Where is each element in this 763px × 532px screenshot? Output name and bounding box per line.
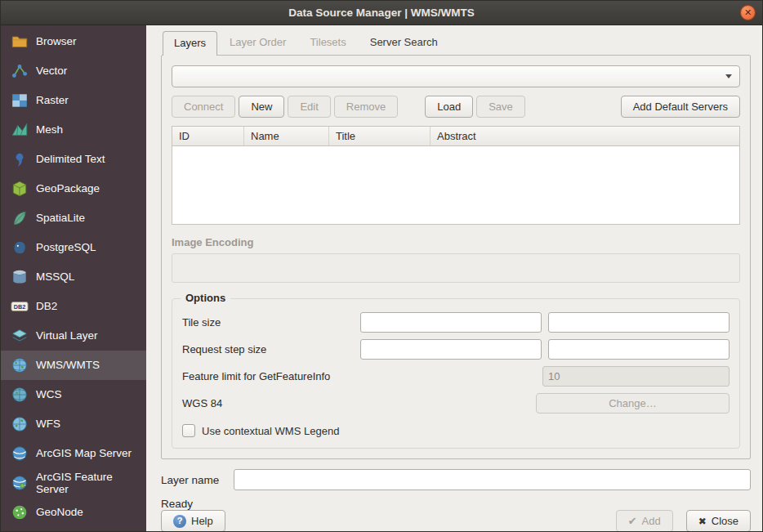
sidebar-item-delimited-text[interactable]: Delimited Text xyxy=(1,145,146,174)
sidebar-item-browser[interactable]: Browser xyxy=(1,27,146,56)
tile-size-row: Tile size xyxy=(182,312,730,333)
feather-icon xyxy=(11,209,29,227)
tab-layers[interactable]: Layers xyxy=(163,31,217,56)
raster-layer-icon xyxy=(11,92,29,110)
sidebar-item-arcgis-feature-server[interactable]: ArcGIS Feature Server xyxy=(1,468,146,498)
layer-name-label: Layer name xyxy=(161,474,234,486)
titlebar[interactable]: Data Source Manager | WMS/WMTS ✕ xyxy=(1,1,762,25)
sidebar-item-virtual-layer[interactable]: Virtual Layer xyxy=(1,321,146,351)
feature-limit-input[interactable] xyxy=(542,366,730,387)
options-group: Options Tile size Request step size xyxy=(172,298,740,449)
sidebar-item-label: Raster xyxy=(36,94,69,106)
sidebar-item-label: GeoNode xyxy=(36,506,83,518)
layer-name-input[interactable] xyxy=(234,469,751,490)
column-header-title[interactable]: Title xyxy=(329,127,431,145)
new-button[interactable]: New xyxy=(239,96,284,118)
layers-table: ID Name Title Abstract xyxy=(172,126,740,225)
sidebar-item-label: SpatiaLite xyxy=(36,212,85,224)
sidebar-item-vector[interactable]: Vector xyxy=(1,56,146,86)
add-button[interactable]: ✔ Add xyxy=(616,510,673,532)
window-body: Browser Vector Raster Mesh Delimited Tex… xyxy=(1,25,762,531)
data-source-manager-window: Data Source Manager | WMS/WMTS ✕ Browser… xyxy=(0,0,763,532)
sidebar-item-postgresql[interactable]: PostgreSQL xyxy=(1,233,146,262)
request-step-size-label: Request step size xyxy=(182,343,360,355)
sidebar-item-label: Browser xyxy=(36,35,77,47)
layer-name-row: Layer name xyxy=(161,469,751,490)
sidebar-item-label: WMS/WMTS xyxy=(36,359,100,371)
folder-icon xyxy=(11,33,29,51)
globe-icon xyxy=(11,386,29,404)
database-cylinder-icon xyxy=(11,268,29,286)
comma-icon xyxy=(11,150,29,168)
sidebar-item-geonode[interactable]: GeoNode xyxy=(1,498,146,527)
sidebar-item-wms-wmts[interactable]: WMS/WMTS xyxy=(1,351,146,380)
sidebar-item-label: MSSQL xyxy=(36,270,74,283)
sidebar-item-wfs[interactable]: WFS xyxy=(1,409,146,439)
geonode-icon xyxy=(11,503,29,521)
sidebar-item-label: DB2 xyxy=(36,300,57,312)
globe-icon xyxy=(11,415,29,433)
sidebar-item-label: WCS xyxy=(36,388,62,400)
sidebar-item-arcgis-map-server[interactable]: ArcGIS Map Server xyxy=(1,439,146,468)
tile-width-input[interactable] xyxy=(360,312,542,333)
change-crs-button[interactable]: Change… xyxy=(536,393,730,414)
tab-server-search[interactable]: Server Search xyxy=(359,30,449,55)
contextual-legend-label: Use contextual WMS Legend xyxy=(202,425,339,437)
crs-label: WGS 84 xyxy=(182,397,360,409)
sidebar-item-wcs[interactable]: WCS xyxy=(1,380,146,409)
sidebar: Browser Vector Raster Mesh Delimited Tex… xyxy=(1,25,146,531)
check-icon: ✔ xyxy=(628,515,637,527)
step-width-input[interactable] xyxy=(360,339,542,360)
load-button[interactable]: Load xyxy=(425,96,473,118)
options-group-title: Options xyxy=(181,292,230,304)
server-connection-combobox[interactable] xyxy=(172,65,740,87)
step-height-input[interactable] xyxy=(548,339,730,360)
column-header-id[interactable]: ID xyxy=(172,127,244,145)
add-default-servers-button[interactable]: Add Default Servers xyxy=(621,96,740,118)
tab-bar: Layers Layer Order Tilesets Server Searc… xyxy=(161,30,751,55)
feature-limit-row: Feature limit for GetFeatureInfo xyxy=(182,366,730,387)
tab-tilesets[interactable]: Tilesets xyxy=(298,30,357,55)
tile-height-input[interactable] xyxy=(548,312,730,333)
remove-button[interactable]: Remove xyxy=(334,96,398,118)
contextual-legend-checkbox[interactable] xyxy=(182,424,195,437)
sidebar-item-db2[interactable]: DB2 DB2 xyxy=(1,292,146,321)
virtual-layer-icon xyxy=(11,327,29,345)
mesh-layer-icon xyxy=(11,121,29,139)
connection-button-row: Connect New Edit Remove Load Save Add De… xyxy=(172,96,740,118)
crs-row: WGS 84 Change… xyxy=(182,393,730,414)
main-panel: Layers Layer Order Tilesets Server Searc… xyxy=(146,25,762,531)
layers-tab-content: Connect New Edit Remove Load Save Add De… xyxy=(161,55,751,459)
sidebar-item-geopackage[interactable]: GeoPackage xyxy=(1,174,146,203)
wms-legend-row: Use contextual WMS Legend xyxy=(182,424,730,437)
sidebar-item-label: ArcGIS Map Server xyxy=(36,447,132,459)
sidebar-item-mssql[interactable]: MSSQL xyxy=(1,262,146,292)
help-button[interactable]: ? Help xyxy=(161,510,225,532)
chevron-down-icon xyxy=(725,74,732,78)
window-close-button[interactable]: ✕ xyxy=(740,5,756,20)
column-header-abstract[interactable]: Abstract xyxy=(431,127,739,145)
help-icon: ? xyxy=(173,515,186,528)
sidebar-item-label: PostgreSQL xyxy=(36,241,96,253)
sidebar-item-spatialite[interactable]: SpatiaLite xyxy=(1,203,146,233)
tab-layer-order[interactable]: Layer Order xyxy=(218,30,297,55)
db2-badge-icon: DB2 xyxy=(11,297,29,315)
arcgis-globe-icon xyxy=(11,445,29,463)
geopackage-box-icon xyxy=(11,180,29,198)
layers-table-body[interactable] xyxy=(172,146,739,224)
sidebar-item-mesh[interactable]: Mesh xyxy=(1,115,146,145)
save-button[interactable]: Save xyxy=(476,96,525,118)
layers-table-header: ID Name Title Abstract xyxy=(172,127,739,146)
connect-button[interactable]: Connect xyxy=(172,96,235,118)
sidebar-item-raster[interactable]: Raster xyxy=(1,86,146,115)
column-header-name[interactable]: Name xyxy=(244,127,329,145)
tile-size-label: Tile size xyxy=(182,316,360,329)
dialog-button-row: ? Help ✔ Add ✖ Close xyxy=(161,510,751,532)
sidebar-item-label: GeoPackage xyxy=(36,182,100,194)
sidebar-item-label: Delimited Text xyxy=(36,153,105,165)
image-encoding-frame xyxy=(172,253,740,283)
window-title: Data Source Manager | WMS/WMTS xyxy=(288,7,474,19)
edit-button[interactable]: Edit xyxy=(288,96,330,118)
close-button[interactable]: ✖ Close xyxy=(686,510,751,532)
sidebar-item-label: ArcGIS Feature Server xyxy=(36,471,140,495)
